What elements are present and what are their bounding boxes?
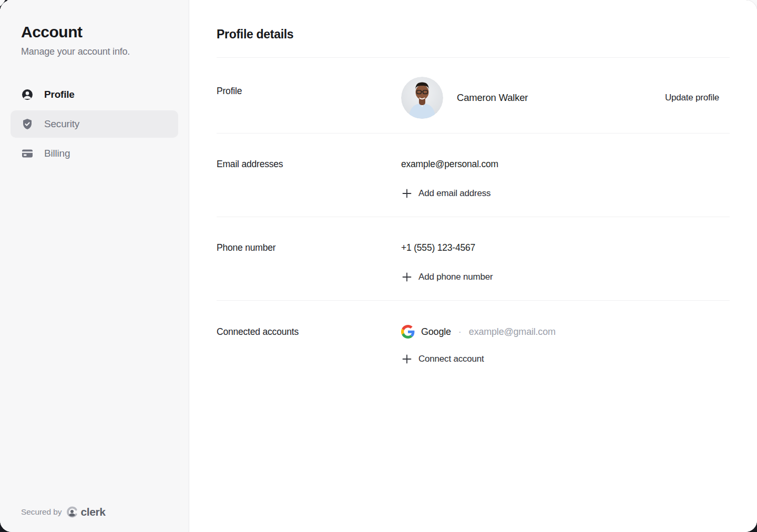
page-subtitle: Manage your account info. (21, 46, 168, 57)
plus-icon (402, 272, 412, 282)
avatar (401, 77, 443, 119)
shield-check-icon (21, 118, 34, 130)
provider-name: Google (421, 326, 451, 337)
secured-by-footer: Secured by clerk (21, 506, 105, 518)
connected-account-email: example@gmail.com (469, 326, 556, 337)
plus-icon (402, 189, 412, 198)
sidebar-nav: Profile Security Billing (0, 81, 189, 167)
add-phone-button[interactable]: Add phone number (401, 272, 493, 282)
phone-value: +1 (555) 123-4567 (401, 242, 730, 253)
connected-account-row: Google · example@gmail.com (401, 324, 730, 339)
secured-by-label: Secured by (21, 507, 62, 517)
clerk-brand-link[interactable]: clerk (66, 506, 105, 518)
connected-accounts-section: Connected accounts Google · example@gmai… (217, 301, 730, 385)
sidebar-item-label: Billing (44, 148, 70, 159)
sidebar-item-profile[interactable]: Profile (11, 81, 178, 108)
connected-section-label: Connected accounts (217, 324, 401, 364)
clerk-logo-icon (66, 506, 78, 518)
sidebar-item-label: Profile (44, 89, 75, 100)
add-phone-label: Add phone number (418, 272, 493, 282)
email-value: example@personal.com (401, 159, 730, 169)
email-section: Email addresses example@personal.com Add… (217, 134, 730, 217)
credit-card-icon (21, 147, 34, 160)
sidebar: Account Manage your account info. Profil… (0, 0, 189, 532)
connect-account-label: Connect account (418, 354, 484, 364)
panel-title: Profile details (217, 0, 730, 58)
profile-details-panel: Profile details Profile (189, 0, 757, 532)
email-section-label: Email addresses (217, 159, 401, 199)
page-title: Account (21, 23, 168, 41)
sidebar-item-security[interactable]: Security (11, 110, 178, 138)
add-email-label: Add email address (418, 188, 490, 199)
plus-icon (402, 354, 412, 364)
dot-separator: · (458, 326, 462, 337)
update-profile-button[interactable]: Update profile (654, 88, 730, 107)
avatar-image (401, 77, 443, 119)
add-email-button[interactable]: Add email address (401, 188, 490, 199)
sidebar-item-billing[interactable]: Billing (11, 140, 178, 167)
sidebar-item-label: Security (44, 118, 79, 130)
phone-section: Phone number +1 (555) 123-4567 Add phone… (217, 217, 730, 301)
google-icon (401, 325, 415, 339)
phone-section-label: Phone number (217, 242, 401, 282)
profile-section-label: Profile (217, 77, 401, 119)
profile-section: Profile (217, 58, 730, 134)
profile-name: Cameron Walker (457, 92, 528, 104)
account-modal: Account Manage your account info. Profil… (0, 0, 757, 532)
user-circle-icon (21, 88, 34, 101)
clerk-wordmark: clerk (80, 506, 105, 518)
connect-account-button[interactable]: Connect account (401, 354, 484, 364)
